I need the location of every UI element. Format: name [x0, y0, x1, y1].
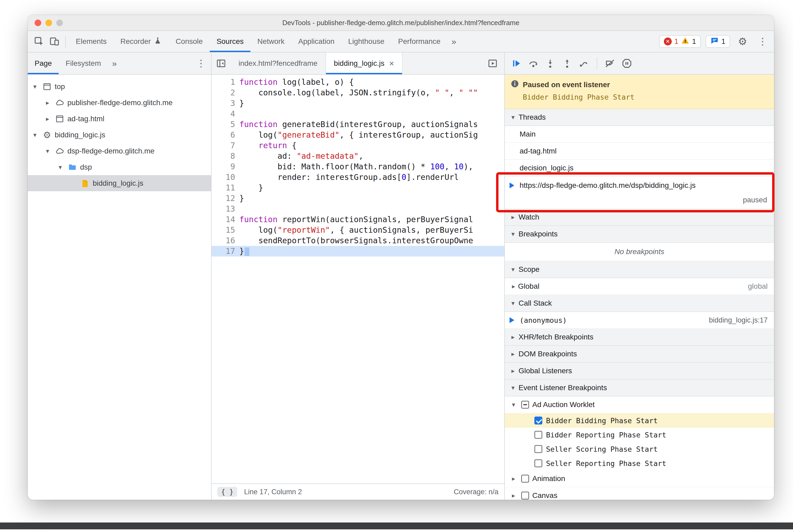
zoom-window-button[interactable]	[56, 20, 63, 26]
device-toolbar-icon[interactable]	[47, 34, 62, 49]
line-number[interactable]: 4	[212, 109, 239, 119]
code-line[interactable]: 2 console.log(label, JSON.stringify(o, "…	[212, 88, 504, 98]
pause-on-exceptions-button[interactable]	[620, 56, 634, 71]
navigator-tab-page[interactable]: Page	[28, 53, 59, 74]
line-number[interactable]: 1	[212, 77, 239, 88]
breakpoints-section-header[interactable]: ▾ Breakpoints	[505, 226, 774, 243]
line-number[interactable]: 3	[212, 98, 239, 109]
thread-item[interactable]: Main	[505, 126, 774, 143]
step-into-button[interactable]	[543, 56, 558, 71]
resume-script-button[interactable]	[509, 56, 524, 71]
line-number[interactable]: 15	[212, 225, 239, 235]
code-line[interactable]: 7 return {	[212, 140, 504, 151]
event-category-animation[interactable]: ▸Animation	[505, 471, 774, 487]
unchecked-checkbox[interactable]	[534, 459, 542, 467]
settings-icon[interactable]: ⚙	[735, 34, 750, 49]
line-number[interactable]: 14	[212, 214, 239, 225]
thread-item[interactable]: https://dsp-fledge-demo.glitch.me/dsp/bi…	[505, 177, 774, 209]
line-number[interactable]: 17	[212, 246, 239, 256]
category-checkbox[interactable]	[521, 401, 529, 408]
line-number[interactable]: 5	[212, 119, 239, 130]
code-editor[interactable]: 1function log(label, o) {2 console.log(l…	[212, 75, 504, 483]
errors-warnings-badge[interactable]: ✕ 1 1	[659, 35, 701, 48]
chevron-down-icon[interactable]: ▾	[43, 147, 52, 155]
code-line[interactable]: 17}	[212, 246, 504, 256]
checked-checkbox[interactable]	[534, 417, 542, 424]
navigator-tab-filesystem[interactable]: Filesystem	[59, 53, 108, 74]
step-button[interactable]	[577, 56, 591, 71]
code-line[interactable]: 16 sendReportTo(browserSignals.interestG…	[212, 235, 504, 246]
play-box-icon[interactable]	[483, 53, 502, 74]
chevron-down-icon[interactable]: ▾	[31, 83, 39, 90]
code-line[interactable]: 9 bid: Math.floor(Math.random() * 100, 1…	[212, 162, 504, 172]
code-line[interactable]: 14function reportWin(auctionSignals, per…	[212, 214, 504, 225]
line-number[interactable]: 16	[212, 235, 239, 246]
panel-tab-performance[interactable]: Performance	[391, 31, 447, 52]
panel-tab-sources[interactable]: Sources	[210, 31, 251, 52]
unchecked-checkbox[interactable]	[534, 445, 542, 453]
code-line[interactable]: 1function log(label, o) {	[212, 77, 504, 88]
panel-tab-console[interactable]: Console	[169, 31, 210, 52]
section-header-dom-breakpoints[interactable]: ▸DOM Breakpoints	[505, 346, 774, 363]
main-menu-icon[interactable]: ⋮	[755, 34, 770, 49]
editor-tab-bidding-logic-js[interactable]: bidding_logic.js×	[326, 53, 402, 74]
chevron-right-icon[interactable]: ▸	[509, 475, 518, 482]
tree-item[interactable]: ▸publisher-fledge-demo.glitch.me	[28, 95, 211, 111]
call-stack-frame[interactable]: (anonymous)bidding_logic.js:17	[505, 312, 774, 329]
event-listener-breakpoints-header[interactable]: ▾ Event Listener Breakpoints	[505, 380, 774, 397]
close-tab-icon[interactable]: ×	[389, 59, 394, 69]
code-line[interactable]: 4	[212, 109, 504, 119]
thread-item[interactable]: ad-tag.html	[505, 143, 774, 160]
code-line[interactable]: 13	[212, 204, 504, 214]
tree-item[interactable]: ▾top	[28, 78, 211, 95]
tree-item[interactable]: ▾⚙bidding_logic.js	[28, 127, 211, 143]
event-breakpoint-bidder-bidding-phase-start[interactable]: Bidder Bidding Phase Start	[505, 413, 774, 428]
code-line[interactable]: 11 }	[212, 183, 504, 193]
line-number[interactable]: 9	[212, 162, 239, 172]
chevron-right-icon[interactable]: ▸	[509, 492, 518, 499]
code-line[interactable]: 8 ad: "ad-metadata",	[212, 151, 504, 162]
code-line[interactable]: 12}	[212, 193, 504, 204]
code-line[interactable]: 3}	[212, 98, 504, 109]
panel-tab-application[interactable]: Application	[291, 31, 341, 52]
line-number[interactable]: 2	[212, 88, 239, 98]
line-number[interactable]: 8	[212, 151, 239, 162]
call-stack-section-header[interactable]: ▾ Call Stack	[505, 295, 774, 312]
code-line[interactable]: 5function generateBid(interestGroup, auc…	[212, 119, 504, 130]
event-category-canvas[interactable]: ▸Canvas	[505, 487, 774, 500]
line-number[interactable]: 11	[212, 183, 239, 193]
frame-location[interactable]: bidding_logic.js:17	[709, 316, 774, 324]
pretty-print-button[interactable]: { }	[218, 487, 237, 497]
tree-item[interactable]: ▾dsp-fledge-demo.glitch.me	[28, 143, 211, 159]
tree-item[interactable]: ▾dsp	[28, 159, 211, 175]
category-checkbox[interactable]	[521, 475, 529, 482]
issues-badge[interactable]: 1	[705, 35, 730, 48]
navigator-menu-icon[interactable]: ⋮	[196, 58, 211, 69]
section-header-global-listeners[interactable]: ▸Global Listeners	[505, 363, 774, 380]
inspect-icon[interactable]	[32, 34, 47, 49]
more-navigator-tabs-button[interactable]: »	[108, 59, 121, 69]
deactivate-breakpoints-button[interactable]	[603, 56, 617, 71]
threads-section-header[interactable]: ▾ Threads	[505, 109, 774, 126]
line-number[interactable]: 12	[212, 193, 239, 204]
event-category-ad-auction-worklet[interactable]: ▾Ad Auction Worklet	[505, 397, 774, 413]
chevron-right-icon[interactable]: ▸	[43, 115, 52, 122]
line-number[interactable]: 6	[212, 130, 239, 140]
chevron-right-icon[interactable]: ▸	[43, 99, 52, 107]
watch-section-header[interactable]: ▸ Watch	[505, 209, 774, 226]
event-breakpoint-seller-scoring-phase-start[interactable]: Seller Scoring Phase Start	[505, 442, 774, 456]
panel-tab-elements[interactable]: Elements	[69, 31, 114, 52]
chevron-down-icon[interactable]: ▾	[56, 164, 65, 171]
code-line[interactable]: 15 log("reportWin", { auctionSignals, pe…	[212, 225, 504, 235]
step-over-button[interactable]	[526, 56, 541, 71]
line-number[interactable]: 7	[212, 140, 239, 151]
section-header-xhr-fetch-breakpoints[interactable]: ▸XHR/fetch Breakpoints	[505, 329, 774, 346]
panel-tab-lighthouse[interactable]: Lighthouse	[341, 31, 391, 52]
toggle-navigator-icon[interactable]	[212, 53, 231, 74]
event-breakpoint-seller-reporting-phase-start[interactable]: Seller Reporting Phase Start	[505, 456, 774, 471]
panel-tab-network[interactable]: Network	[250, 31, 291, 52]
code-line[interactable]: 10 render: interestGroup.ads[0].renderUr…	[212, 172, 504, 183]
panel-tab-recorder[interactable]: Recorder	[114, 31, 169, 52]
category-checkbox[interactable]	[521, 492, 529, 499]
chevron-right-icon[interactable]: ▸	[509, 283, 518, 290]
